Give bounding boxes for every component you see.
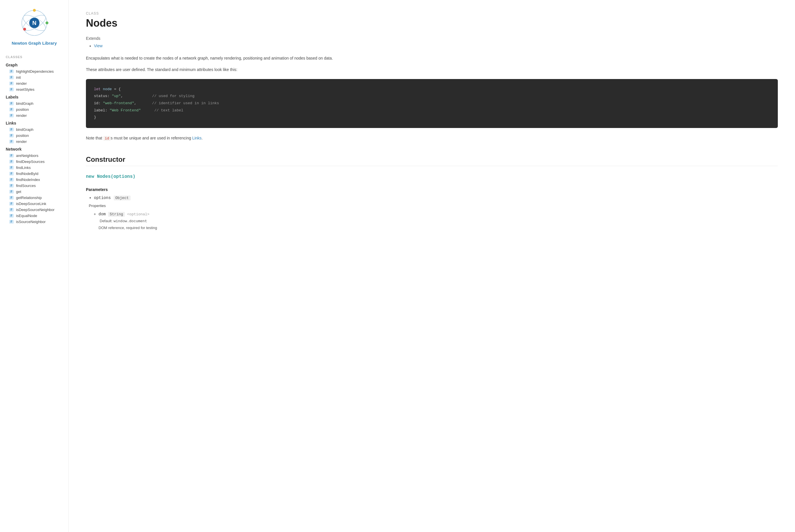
property-list: dom String <optional> Default: window.do… <box>86 211 778 231</box>
parameters-label: Parameters <box>86 187 778 192</box>
properties-label: Properties <box>89 204 778 208</box>
code-block: let node = { status: "up", // used for s… <box>86 79 778 128</box>
method-label: getRelationship <box>16 195 42 200</box>
param-type: Object <box>114 195 131 201</box>
list-item: options Object <box>94 195 778 200</box>
section-title-constructor: Constructor <box>86 151 778 164</box>
prop-default-code: window.document <box>113 219 147 223</box>
method-badge: F <box>9 202 14 206</box>
method-label: findDeepSources <box>16 159 45 164</box>
classes-section-label: CLASSES <box>0 51 69 60</box>
method-label: isDeepSourceLink <box>16 202 46 206</box>
sidebar-method-isEqualNode[interactable]: F isEqualNode <box>0 213 69 219</box>
sidebar-method-findSources[interactable]: F findSources <box>0 183 69 189</box>
sidebar: N Newton Graph Library CLASSES Graph F h… <box>0 0 69 532</box>
method-label: position <box>16 107 29 112</box>
description-2: These attributes are user defined. The s… <box>86 66 778 73</box>
sidebar-method-render-graph[interactable]: F render <box>0 80 69 87</box>
logo-area: N Newton Graph Library <box>0 0 69 51</box>
sidebar-method-bindGraph-links[interactable]: F bindGraph <box>0 127 69 133</box>
method-label: findNodeIndex <box>16 177 40 182</box>
prop-desc: DOM reference, required for testing <box>98 225 778 231</box>
method-badge: F <box>9 70 14 73</box>
param-name: options <box>94 195 111 200</box>
method-badge: F <box>9 196 14 200</box>
method-label: areNeighbors <box>16 153 38 158</box>
method-label: render <box>16 113 27 118</box>
sidebar-method-findLinks[interactable]: F findLinks <box>0 165 69 171</box>
svg-point-6 <box>45 21 49 24</box>
method-badge: F <box>9 108 14 111</box>
prop-default: Default: window.document <box>100 218 778 225</box>
prop-name: dom <box>98 212 106 216</box>
method-label: position <box>16 133 29 138</box>
sidebar-item-labels[interactable]: Labels <box>0 93 69 100</box>
list-item: dom String <optional> Default: window.do… <box>98 211 778 231</box>
method-badge: F <box>9 160 14 164</box>
sidebar-method-findNodeIndex[interactable]: F findNodeIndex <box>0 177 69 183</box>
method-badge: F <box>9 76 14 79</box>
sidebar-method-highlightDependencies[interactable]: F highlightDependencies <box>0 69 69 74</box>
class-title: Nodes <box>86 17 778 29</box>
method-label: highlightDependencies <box>16 69 54 74</box>
extends-label: Extends <box>86 36 778 41</box>
method-badge: F <box>9 88 14 91</box>
prop-type: String <box>108 212 125 217</box>
sidebar-method-get[interactable]: F get <box>0 189 69 195</box>
sidebar-method-findNodeById[interactable]: F findNodeById <box>0 171 69 177</box>
method-badge: F <box>9 214 14 217</box>
method-badge: F <box>9 190 14 193</box>
param-list: options Object <box>86 195 778 200</box>
method-badge: F <box>9 140 14 144</box>
method-badge: F <box>9 166 14 170</box>
extends-list: View <box>86 43 778 48</box>
sidebar-item-links[interactable]: Links <box>0 118 69 127</box>
sidebar-method-position-labels[interactable]: F position <box>0 107 69 113</box>
sidebar-method-isDeepSourceNeighbor[interactable]: F isDeepSourceNeighbor <box>0 207 69 213</box>
method-badge: F <box>9 220 14 224</box>
prop-optional: <optional> <box>127 212 150 216</box>
sidebar-method-render-links[interactable]: F render <box>0 138 69 145</box>
method-badge: F <box>9 102 14 106</box>
method-badge: F <box>9 134 14 137</box>
method-label: isDeepSourceNeighbor <box>16 208 54 212</box>
method-badge: F <box>9 208 14 212</box>
svg-text:N: N <box>32 20 36 26</box>
sidebar-method-position-links[interactable]: F position <box>0 133 69 138</box>
method-badge: F <box>9 114 14 117</box>
method-badge: F <box>9 154 14 157</box>
extends-link[interactable]: View <box>94 43 102 48</box>
method-label: findNodeById <box>16 172 38 176</box>
links-link[interactable]: Links <box>192 136 202 140</box>
method-label: get <box>16 190 21 194</box>
sidebar-item-graph[interactable]: Graph <box>0 60 69 69</box>
method-label: findLinks <box>16 166 31 170</box>
sidebar-method-resetStyles[interactable]: F resetStyles <box>0 87 69 93</box>
description-1: Encapsulates what is needed to create th… <box>86 55 778 62</box>
sidebar-method-areNeighbors[interactable]: F areNeighbors <box>0 153 69 159</box>
sidebar-method-bindGraph-labels[interactable]: F bindGraph <box>0 100 69 107</box>
sidebar-title: Newton Graph Library <box>12 41 57 45</box>
sidebar-method-init[interactable]: F init <box>0 74 69 80</box>
method-badge: F <box>9 178 14 182</box>
sidebar-method-isSourceNeighbor[interactable]: F isSourceNeighbor <box>0 219 69 225</box>
method-badge: F <box>9 184 14 188</box>
list-item: View <box>94 43 778 48</box>
sidebar-method-findDeepSources[interactable]: F findDeepSources <box>0 159 69 165</box>
method-badge: F <box>9 172 14 175</box>
sidebar-method-getRelationship[interactable]: F getRelationship <box>0 195 69 201</box>
method-badge: F <box>9 82 14 85</box>
svg-point-5 <box>33 9 36 12</box>
main-content: CLASS Nodes Extends View Encapsulates wh… <box>69 0 795 532</box>
method-label: render <box>16 139 27 144</box>
sidebar-method-render-labels[interactable]: F render <box>0 113 69 118</box>
method-badge: F <box>9 128 14 131</box>
note-text: Note that ids must be unique and are use… <box>86 135 778 142</box>
method-label: isSourceNeighbor <box>16 220 45 224</box>
method-label: bindGraph <box>16 101 34 106</box>
sidebar-item-network[interactable]: Network <box>0 145 69 153</box>
method-label: render <box>16 81 27 86</box>
method-label: findSources <box>16 184 36 188</box>
method-label: bindGraph <box>16 128 34 132</box>
sidebar-method-isDeepSourceLink[interactable]: F isDeepSourceLink <box>0 201 69 207</box>
